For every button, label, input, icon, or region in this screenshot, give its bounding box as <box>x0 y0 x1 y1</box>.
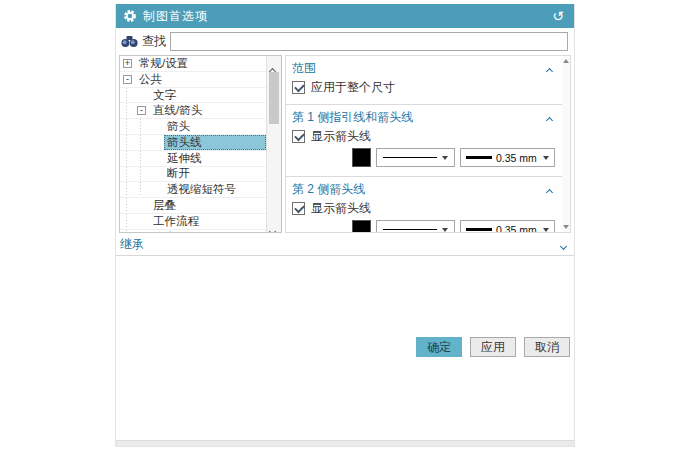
section-header-第 1 侧指引线和箭头线[interactable]: 第 1 侧指引线和箭头线 <box>292 109 556 126</box>
dialog-main: +常规/设置-公共文字-直线/箭头箭头箭头线延伸线断开透视缩短符号层叠工作流程原… <box>116 55 574 233</box>
section-范围: 范围应用于整个尺寸 <box>286 56 562 104</box>
tree-item-直线/箭头[interactable]: -直线/箭头 <box>120 103 266 119</box>
dialog-button-row: 确定应用取消 <box>116 256 574 440</box>
tree-item-label[interactable]: 箭头线 <box>164 135 266 150</box>
section-title: 第 1 侧指引线和箭头线 <box>292 109 547 126</box>
tree-item-文字[interactable]: 文字 <box>120 88 266 104</box>
tree-item-label[interactable]: 公共 <box>136 72 165 87</box>
line-color-swatch[interactable] <box>352 148 371 167</box>
tree-item-label[interactable]: 工作流程 <box>150 214 202 229</box>
line-width-dropdown[interactable]: 0.35 mm <box>460 148 555 167</box>
line-color-swatch[interactable] <box>352 220 371 232</box>
tree-item-断开[interactable]: 断开 <box>120 167 266 183</box>
dropdown-arrow-icon <box>543 156 549 160</box>
scroll-up-icon[interactable] <box>270 60 278 68</box>
chevron-down-icon[interactable] <box>561 235 566 253</box>
settings-tree-panel: +常规/设置-公共文字-直线/箭头箭头箭头线延伸线断开透视缩短符号层叠工作流程原… <box>119 55 282 233</box>
tree-indent-guide <box>120 182 151 197</box>
tree-scrollbar[interactable] <box>266 56 281 232</box>
line-width-value: 0.35 mm <box>496 224 539 233</box>
tree-item-公共[interactable]: -公共 <box>120 72 266 88</box>
checkbox-checked-icon[interactable] <box>292 202 305 215</box>
panel-scrollbar[interactable] <box>562 56 570 232</box>
thick-line-sample <box>466 228 492 231</box>
tree-indent-guide <box>120 230 137 232</box>
tree-item-常规/设置[interactable]: +常规/设置 <box>120 56 266 72</box>
tree-item-label[interactable]: 原点 <box>150 230 179 232</box>
search-input[interactable] <box>170 32 568 51</box>
tree-item-label[interactable]: 透视缩短符号 <box>164 182 239 197</box>
solid-line-sample <box>383 157 437 158</box>
tree-item-层叠[interactable]: 层叠 <box>120 198 266 214</box>
checkbox-label: 显示箭头线 <box>311 200 371 217</box>
line-width-value: 0.35 mm <box>496 152 539 164</box>
line-format-row: 0.35 mm <box>292 146 556 169</box>
tree-indent-guide <box>120 151 151 166</box>
checkbox-checked-icon[interactable] <box>292 81 305 94</box>
tree-item-工作流程[interactable]: 工作流程 <box>120 214 266 230</box>
line-width-dropdown[interactable]: 0.35 mm <box>460 220 555 232</box>
gear-icon <box>123 9 137 23</box>
section-第 1 侧指引线和箭头线: 第 1 侧指引线和箭头线显示箭头线0.35 mm <box>286 104 562 176</box>
settings-tree: +常规/设置-公共文字-直线/箭头箭头箭头线延伸线断开透视缩短符号层叠工作流程原… <box>120 56 266 232</box>
section-header-第 2 侧箭头线[interactable]: 第 2 侧箭头线 <box>292 181 556 198</box>
checkbox-应用于整个尺寸[interactable]: 应用于整个尺寸 <box>292 77 556 97</box>
tree-item-箭头线[interactable]: 箭头线 <box>120 135 266 151</box>
dialog-titlebar[interactable]: 制图首选项 ↺ <box>116 4 574 28</box>
expand-plus-icon[interactable]: + <box>123 59 132 68</box>
screen: 制图首选项 ↺ 查找 +常规/设置-公共文字-直线/箭头箭头箭头线延伸线断开透视… <box>0 0 690 450</box>
dropdown-arrow-icon <box>442 156 448 160</box>
tree-item-透视缩短符号[interactable]: 透视缩短符号 <box>120 182 266 198</box>
find-label: 查找 <box>142 33 166 50</box>
tree-item-延伸线[interactable]: 延伸线 <box>120 151 266 167</box>
checkbox-显示箭头线[interactable]: 显示箭头线 <box>292 126 556 146</box>
dropdown-arrow-icon <box>442 228 448 232</box>
scroll-down-icon[interactable] <box>270 220 278 228</box>
dialog-title: 制图首选项 <box>143 8 208 25</box>
section-title: 第 2 侧箭头线 <box>292 181 547 198</box>
tree-scrollbar-thumb[interactable] <box>269 72 279 124</box>
chevron-up-icon[interactable] <box>547 181 552 199</box>
tree-item-label[interactable]: 延伸线 <box>164 151 205 166</box>
binoculars-find-icon <box>121 35 138 48</box>
ok-button[interactable]: 确定 <box>416 337 462 357</box>
panel-scroll-up-icon[interactable] <box>563 59 569 63</box>
inherit-section-header[interactable]: 继承 <box>116 233 574 256</box>
collapse-minus-icon[interactable]: - <box>123 75 132 84</box>
tree-indent-guide <box>120 88 137 103</box>
tree-indent-guide <box>120 167 151 182</box>
cancel-button[interactable]: 取消 <box>524 337 570 357</box>
search-row: 查找 <box>116 28 574 55</box>
tree-indent-guide <box>120 135 151 150</box>
panel-scroll-down-icon[interactable] <box>563 225 569 229</box>
section-header-范围[interactable]: 范围 <box>292 60 556 77</box>
line-style-dropdown[interactable] <box>376 220 455 232</box>
apply-button[interactable]: 应用 <box>470 337 516 357</box>
collapse-minus-icon[interactable]: - <box>137 106 146 115</box>
tree-item-label[interactable]: 常规/设置 <box>136 56 191 71</box>
tree-item-label[interactable]: 层叠 <box>150 198 179 213</box>
tree-indent-guide <box>120 214 137 229</box>
drafting-preferences-dialog: 制图首选项 ↺ 查找 +常规/设置-公共文字-直线/箭头箭头箭头线延伸线断开透视… <box>115 4 575 447</box>
settings-panel: 范围应用于整个尺寸第 1 侧指引线和箭头线显示箭头线0.35 mm第 2 侧箭头… <box>285 55 571 233</box>
line-style-dropdown[interactable] <box>376 148 455 167</box>
tree-item-label[interactable]: 文字 <box>150 88 179 103</box>
reset-icon[interactable]: ↺ <box>549 8 567 24</box>
checkbox-显示箭头线[interactable]: 显示箭头线 <box>292 198 556 218</box>
settings-sections: 范围应用于整个尺寸第 1 侧指引线和箭头线显示箭头线0.35 mm第 2 侧箭头… <box>286 56 562 232</box>
tree-item-label[interactable]: 直线/箭头 <box>150 103 205 118</box>
chevron-up-icon[interactable] <box>547 109 552 127</box>
line-format-row: 0.35 mm <box>292 218 556 232</box>
tree-item-label[interactable]: 箭头 <box>164 119 193 134</box>
inherit-label[interactable]: 继承 <box>120 236 561 253</box>
chevron-up-icon[interactable] <box>547 60 552 78</box>
tree-item-label[interactable]: 断开 <box>164 166 193 181</box>
dialog-bottom-edge <box>116 440 574 446</box>
thick-line-sample <box>466 156 492 159</box>
checkbox-checked-icon[interactable] <box>292 130 305 143</box>
section-title: 范围 <box>292 60 547 77</box>
tree-item-原点[interactable]: 原点 <box>120 230 266 232</box>
tree-indent-guide <box>120 103 137 118</box>
tree-item-箭头[interactable]: 箭头 <box>120 119 266 135</box>
section-第 2 侧箭头线: 第 2 侧箭头线显示箭头线0.35 mm <box>286 176 562 232</box>
